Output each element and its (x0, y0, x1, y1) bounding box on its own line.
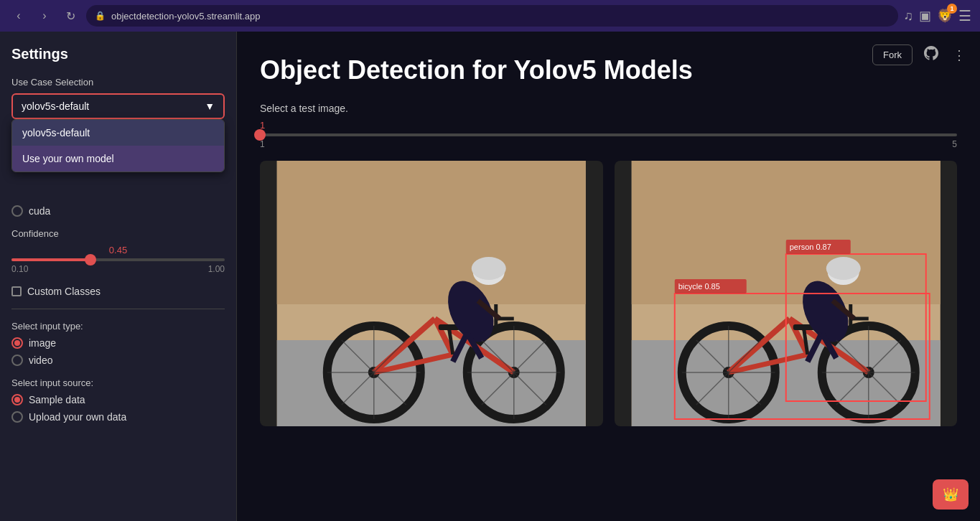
slider-value: 1 (260, 120, 957, 131)
main-content: Fork ⋮ Object Detection for Yolov5 Model… (237, 32, 980, 521)
confidence-max: 1.00 (208, 264, 225, 274)
detected-image-svg: person 0.87 bicycle 0.85 (615, 161, 958, 426)
confidence-section: Confidence 0.45 0.10 1.00 (11, 228, 225, 274)
lock-icon: 🔒 (95, 11, 106, 21)
slider-max: 5 (952, 139, 957, 149)
custom-classes-row: Custom Classes (11, 286, 225, 297)
images-row: person 0.87 bicycle 0.85 (260, 161, 957, 426)
video-option[interactable]: video (11, 355, 225, 366)
sidebar-title: Settings (11, 46, 225, 62)
custom-classes-checkbox[interactable] (11, 286, 22, 296)
browser-chrome: ‹ › ↻ 🔒 objectdetection-yolov5.streamlit… (0, 0, 980, 32)
input-source-label: Select input source: (11, 377, 225, 388)
github-button[interactable] (921, 43, 941, 67)
fork-label: Fork (883, 50, 902, 60)
page-title: Object Detection for Yolov5 Models (260, 55, 957, 85)
image-radio-dot (14, 340, 20, 346)
confidence-track (11, 258, 225, 261)
slider-min: 1 (260, 139, 265, 149)
more-options-button[interactable]: ⋮ (950, 44, 969, 66)
original-image-box (260, 161, 603, 426)
menu-icon[interactable]: ☰ (958, 7, 971, 24)
main-slider-range: 1 5 (260, 139, 957, 149)
dropdown-item-yolov5s[interactable]: yolov5s-default (12, 120, 224, 146)
confidence-fill (11, 258, 90, 261)
brave-count: 1 (947, 4, 957, 14)
custom-classes-label: Custom Classes (27, 286, 101, 297)
fork-button[interactable]: Fork (872, 44, 913, 65)
upload-radio[interactable] (11, 411, 23, 423)
image-radio[interactable] (11, 337, 23, 349)
svg-text:person 0.87: person 0.87 (789, 243, 831, 251)
original-image-svg (260, 161, 603, 426)
main-slider-container (260, 133, 957, 136)
confidence-value: 0.45 (11, 245, 225, 255)
input-type-section: Select input type: image video (11, 321, 225, 366)
sample-data-option[interactable]: Sample data (11, 394, 225, 405)
sidebar: Settings Use Case Selection yolov5s-defa… (0, 32, 237, 521)
input-type-label: Select input type: (11, 321, 225, 332)
video-radio[interactable] (11, 355, 23, 366)
back-button[interactable]: ‹ (9, 6, 29, 26)
sample-data-radio[interactable] (11, 394, 23, 405)
input-source-group: Sample data Upload your own data (11, 394, 225, 423)
forward-button[interactable]: › (34, 6, 55, 26)
input-type-group: image video (11, 337, 225, 366)
confidence-thumb[interactable] (85, 254, 96, 266)
refresh-button[interactable]: ↻ (60, 6, 80, 26)
dropdown-selected-value: yolov5s-default (22, 100, 89, 112)
svg-point-17 (472, 257, 506, 280)
svg-text:bicycle 0.85: bicycle 0.85 (678, 282, 719, 291)
detected-image-box: person 0.87 bicycle 0.85 (615, 161, 958, 426)
dropdown-menu: yolov5s-default Use your own model (11, 119, 225, 172)
crown-button[interactable]: 👑 (933, 479, 969, 510)
confidence-min: 0.10 (11, 264, 28, 274)
top-bar: Fork ⋮ (872, 43, 969, 67)
sample-data-label: Sample data (29, 394, 85, 405)
browser-actions: ♫ ▣ 🦁 1 ☰ (904, 7, 972, 24)
app-layout: Settings Use Case Selection yolov5s-defa… (0, 32, 980, 521)
confidence-slider-container (11, 258, 225, 261)
use-case-dropdown-wrapper: yolov5s-default ▼ yolov5s-default Use yo… (11, 93, 225, 119)
input-source-section: Select input source: Sample data Upload … (11, 377, 225, 423)
sidebar-divider (11, 309, 225, 309)
use-case-dropdown[interactable]: yolov5s-default ▼ (11, 93, 225, 119)
url-text: objectdetection-yolov5.streamlit.app (111, 11, 260, 22)
cuda-option[interactable]: cuda (11, 205, 225, 217)
sample-data-dot (14, 397, 20, 403)
cuda-label: cuda (29, 205, 50, 217)
image-slider-section: 1 1 5 (260, 120, 957, 149)
main-slider-track (260, 133, 957, 136)
svg-point-46 (826, 257, 860, 280)
image-label: image (29, 337, 56, 349)
dropdown-item-own-model[interactable]: Use your own model (12, 146, 224, 172)
select-image-label: Select a test image. (260, 103, 957, 114)
image-option[interactable]: image (11, 337, 225, 349)
confidence-label: Confidence (11, 228, 225, 239)
use-case-label: Use Case Selection (11, 77, 225, 88)
confidence-range: 0.10 1.00 (11, 264, 225, 274)
upload-option[interactable]: Upload your own data (11, 411, 225, 423)
music-icon: ♫ (904, 9, 914, 24)
device-radio-group: cuda (11, 205, 225, 217)
brave-shield[interactable]: 🦁 1 (937, 8, 953, 24)
svg-rect-1 (277, 161, 586, 304)
address-bar[interactable]: 🔒 objectdetection-yolov5.streamlit.app (86, 5, 898, 27)
cuda-radio[interactable] (11, 205, 23, 217)
upload-label: Upload your own data (29, 411, 126, 423)
layout-icon: ▣ (919, 8, 931, 24)
video-label: video (29, 355, 52, 366)
chevron-down-icon: ▼ (205, 100, 215, 112)
